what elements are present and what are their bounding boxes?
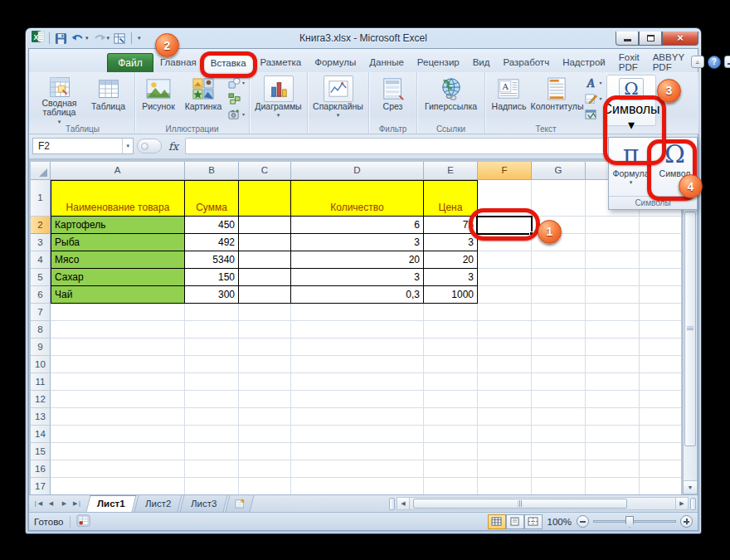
row-header-12[interactable]: 12: [31, 391, 51, 408]
page-layout-view-button[interactable]: [506, 514, 524, 529]
cell-e4[interactable]: 20: [424, 251, 478, 269]
empty-cell[interactable]: [424, 338, 478, 356]
cell-d3[interactable]: 3: [291, 234, 424, 251]
empty-cell[interactable]: [532, 373, 586, 391]
empty-cell[interactable]: [640, 391, 681, 408]
row-header-15[interactable]: 15: [31, 443, 51, 460]
horizontal-scroll-track[interactable]: [410, 497, 675, 510]
cell-e1[interactable]: Цена: [424, 180, 478, 217]
fill-handle[interactable]: [529, 231, 533, 236]
cell-d2[interactable]: 6: [291, 217, 424, 234]
cell-h6[interactable]: [586, 286, 640, 304]
col-header-g[interactable]: G: [532, 162, 586, 180]
last-sheet-icon[interactable]: ▶❘: [71, 498, 84, 510]
empty-cell[interactable]: [51, 304, 185, 321]
empty-cell[interactable]: [185, 391, 239, 408]
zoom-out-button[interactable]: [577, 515, 589, 528]
row-header-4[interactable]: 4: [31, 251, 51, 269]
cell-h5[interactable]: [586, 269, 640, 286]
empty-cell[interactable]: [586, 321, 640, 338]
cell-g6[interactable]: [532, 286, 586, 304]
shapes-button[interactable]: ▾: [228, 76, 245, 90]
empty-cell[interactable]: [424, 426, 478, 443]
empty-cell[interactable]: [532, 356, 586, 373]
col-header-d[interactable]: D: [291, 162, 424, 180]
empty-cell[interactable]: [51, 478, 185, 494]
textbox-button[interactable]: A Надпись: [487, 74, 530, 124]
empty-cell[interactable]: [532, 408, 586, 426]
empty-cell[interactable]: [185, 356, 239, 373]
col-header-c[interactable]: C: [239, 162, 291, 180]
empty-cell[interactable]: [532, 478, 586, 494]
qat-more-button[interactable]: ▾: [136, 31, 142, 46]
empty-cell[interactable]: [478, 478, 532, 494]
sheet-tab-list1[interactable]: Лист1: [86, 495, 137, 512]
empty-cell[interactable]: [478, 460, 532, 478]
empty-cell[interactable]: [478, 426, 532, 443]
empty-cell[interactable]: [478, 373, 532, 391]
macro-record-icon[interactable]: [76, 514, 90, 528]
empty-cell[interactable]: [586, 408, 640, 426]
cell-e5[interactable]: 3: [424, 269, 478, 286]
shapes-dropdown-arrow[interactable]: ▾: [242, 80, 245, 85]
zoom-level[interactable]: 100%: [548, 517, 572, 527]
cell-a4[interactable]: Мясо: [51, 251, 185, 269]
first-sheet-icon[interactable]: ❘◀: [32, 498, 44, 510]
col-header-b[interactable]: B: [185, 162, 239, 180]
tab-recenzir[interactable]: Рецензир: [411, 53, 466, 72]
tab-foxit-pdf[interactable]: Foxit PDF: [612, 53, 646, 72]
zoom-slider-handle[interactable]: [625, 516, 634, 528]
cell-h4[interactable]: [586, 251, 640, 269]
row-header-11[interactable]: 11: [31, 373, 51, 391]
row-header-10[interactable]: 10: [31, 356, 51, 373]
row-header-3[interactable]: 3: [31, 234, 51, 251]
row-header-5[interactable]: 5: [31, 269, 51, 286]
empty-cell[interactable]: [424, 304, 478, 321]
empty-cell[interactable]: [185, 426, 239, 443]
scroll-down-icon[interactable]: ▼: [684, 480, 697, 494]
screenshot-button[interactable]: ▾: [228, 108, 245, 121]
empty-cell[interactable]: [532, 443, 586, 460]
cell-c4[interactable]: [239, 251, 291, 269]
close-button[interactable]: ×: [662, 32, 698, 46]
empty-cell[interactable]: [239, 460, 291, 478]
cell-d6[interactable]: 0,3: [291, 286, 424, 304]
cell-i4[interactable]: [640, 251, 681, 269]
empty-cell[interactable]: [51, 391, 185, 408]
tab-vstavka[interactable]: Вставка: [203, 53, 254, 72]
cell-i2[interactable]: [640, 217, 681, 234]
sheet-tab-list2[interactable]: Лист2: [134, 495, 182, 512]
empty-cell[interactable]: [478, 391, 532, 408]
col-header-e[interactable]: E: [424, 162, 478, 180]
empty-cell[interactable]: [424, 356, 478, 373]
cell-e6[interactable]: 1000: [424, 286, 478, 304]
empty-cell[interactable]: [239, 408, 291, 426]
empty-cell[interactable]: [640, 443, 681, 460]
col-header-f[interactable]: F: [478, 162, 532, 180]
empty-cell[interactable]: [478, 356, 532, 373]
cell-f1[interactable]: [478, 180, 532, 217]
formula-dropdown-arrow[interactable]: ▾: [630, 179, 633, 186]
empty-cell[interactable]: [185, 478, 239, 494]
cell-g5[interactable]: [532, 269, 586, 286]
vertical-scroll-thumb[interactable]: [684, 212, 696, 446]
empty-cell[interactable]: [51, 426, 185, 443]
restore-button[interactable]: [639, 32, 662, 46]
empty-cell[interactable]: [478, 321, 532, 338]
empty-cell[interactable]: [239, 304, 291, 321]
empty-cell[interactable]: [586, 460, 640, 478]
normal-view-button[interactable]: [488, 514, 506, 529]
undo-button[interactable]: ▾: [71, 31, 90, 46]
cell-c3[interactable]: [239, 234, 291, 251]
tab-abbyy-pdf[interactable]: ABBYY PDF: [646, 53, 691, 72]
empty-cell[interactable]: [51, 443, 185, 460]
slicer-button[interactable]: Срез: [372, 74, 415, 124]
cell-a2[interactable]: Картофель: [51, 217, 185, 234]
empty-cell[interactable]: [424, 460, 478, 478]
cell-b1[interactable]: Сумма: [185, 180, 239, 217]
row-header-2[interactable]: 2: [31, 217, 51, 234]
empty-cell[interactable]: [586, 356, 640, 373]
cell-i5[interactable]: [640, 269, 681, 286]
cell-f3[interactable]: [478, 234, 532, 251]
empty-cell[interactable]: [291, 356, 424, 373]
